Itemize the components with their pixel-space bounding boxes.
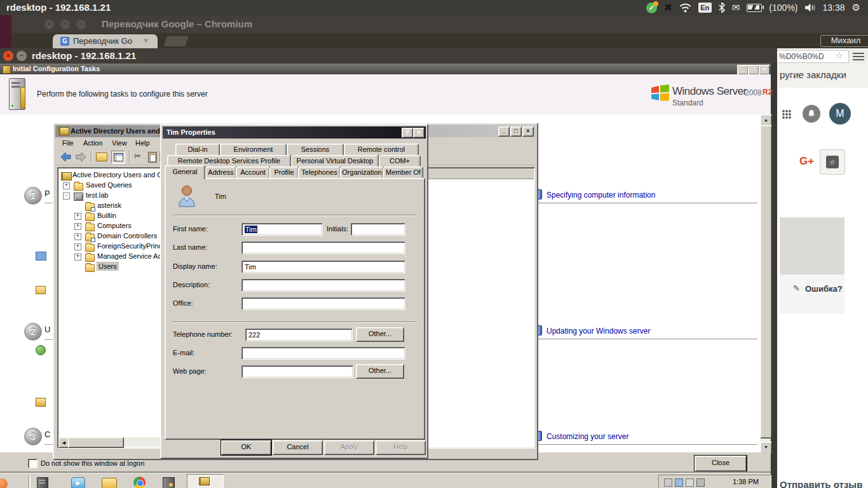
rdesktop-titlebar[interactable]: × − rdesktop - 192.168.1.21 (0, 48, 777, 64)
logon-checkbox-label[interactable]: Do not show this window at logon (41, 459, 144, 467)
tree-expander[interactable]: + (74, 254, 81, 261)
sync-x-icon[interactable]: ✖ (664, 2, 672, 13)
mail-icon[interactable]: ✉ (732, 2, 740, 13)
bookmark-star-icon[interactable]: ☆ (836, 51, 843, 60)
tray-icon[interactable] (686, 478, 694, 487)
tab-profile[interactable]: Profile (269, 166, 299, 179)
scrollbar-thumb[interactable] (68, 437, 124, 448)
minimize-button[interactable]: _ (737, 65, 749, 75)
taskbar-clock[interactable]: 1:38 PM (733, 478, 759, 485)
telephone-field[interactable]: 222 (245, 329, 353, 341)
description-field[interactable] (241, 279, 405, 292)
chrome-icon[interactable] (133, 477, 146, 488)
tab-remote-control[interactable]: Remote control (344, 144, 419, 156)
display-name-field[interactable]: Tim (241, 261, 405, 273)
minimize-button[interactable]: _ (498, 126, 510, 137)
close-button[interactable]: × (413, 128, 424, 138)
tree-expander[interactable]: + (74, 223, 81, 230)
apps-grid-icon[interactable] (782, 110, 791, 119)
clock[interactable]: 13:38 (823, 3, 845, 13)
error-link[interactable]: Ошибка? (805, 284, 843, 294)
tree-label[interactable]: Users (97, 262, 118, 270)
messenger-icon[interactable]: ✓ (646, 3, 657, 13)
active-taskbar-button[interactable] (187, 474, 224, 488)
server-wrench-icon[interactable] (163, 477, 175, 488)
tree-label[interactable]: Computers (97, 222, 132, 229)
email-field[interactable] (241, 347, 405, 360)
menu-help[interactable]: Help (135, 139, 150, 147)
ict-scrollbar[interactable]: ▲ ▼ (760, 114, 771, 452)
web-page-field[interactable] (241, 365, 353, 378)
tab-member-of[interactable]: Member Of (383, 166, 423, 179)
tab-com-plus[interactable]: COM+ (379, 155, 421, 167)
tab-organization[interactable]: Organization (340, 166, 384, 179)
tree-label[interactable]: test.lab (86, 191, 108, 199)
profile-name-button[interactable]: Михаил (820, 35, 868, 47)
tab-sessions[interactable]: Sessions (287, 144, 344, 156)
bookmarks-bar-label[interactable]: ругие закладки (780, 69, 846, 80)
notifications-bell-icon[interactable] (803, 105, 820, 123)
tab-environment[interactable]: Environment (220, 144, 287, 156)
menu-view[interactable]: View (112, 139, 127, 147)
paste-icon[interactable] (148, 152, 157, 163)
cancel-button[interactable]: Cancel (273, 440, 323, 455)
tree-expander[interactable]: + (74, 233, 81, 240)
close-icon[interactable]: × (44, 20, 54, 29)
taskbar-icon-partial[interactable] (0, 478, 8, 488)
tree-label[interactable]: Domain Controllers (97, 232, 157, 240)
minimize-icon[interactable]: − (60, 20, 70, 29)
tab-telephones[interactable]: Telephones (298, 166, 341, 179)
volume-icon[interactable] (805, 3, 816, 12)
logon-checkbox[interactable] (28, 459, 37, 468)
tree-expander[interactable]: + (74, 213, 81, 220)
profile-avatar[interactable]: M (829, 103, 851, 125)
tree-label[interactable]: ForeignSecurityPrincip (97, 242, 168, 250)
wifi-icon[interactable] (679, 3, 691, 13)
tab-close-icon[interactable]: × (144, 36, 148, 45)
explorer-folder-icon[interactable] (102, 478, 117, 488)
tree-label[interactable]: Managed Service Acco (97, 252, 169, 260)
tree-label[interactable]: asterisk (97, 201, 121, 209)
powershell-icon[interactable]: ▶ (71, 477, 85, 488)
first-name-field[interactable]: Tim (241, 223, 323, 236)
console-tree-toggle-icon[interactable] (111, 151, 125, 164)
gear-icon[interactable]: ⚙ (852, 2, 860, 13)
keyboard-layout-indicator[interactable]: En (698, 3, 712, 13)
help-button[interactable]: Help (376, 440, 426, 455)
office-field[interactable] (241, 297, 405, 310)
section-heading-2[interactable]: Updating your Windows server (546, 327, 650, 336)
back-icon[interactable] (60, 152, 71, 162)
last-name-field[interactable] (241, 241, 405, 254)
close-button[interactable]: × (759, 65, 770, 75)
web-other-button[interactable]: Other... (356, 364, 404, 379)
menu-action[interactable]: Action (83, 139, 103, 147)
minimize-icon[interactable]: − (17, 51, 27, 61)
tree-expander[interactable]: + (63, 182, 70, 189)
server-manager-icon[interactable] (37, 477, 48, 488)
close-button[interactable]: Close (695, 456, 747, 471)
feedback-link[interactable]: Отправить отзыв (780, 479, 862, 488)
telephone-other-button[interactable]: Other... (356, 327, 404, 342)
tree-expander[interactable]: + (74, 243, 81, 250)
ict-titlebar[interactable]: Initial Configuration Tasks _ □ × (0, 64, 771, 74)
tab-general[interactable]: General (165, 165, 205, 179)
tree-label[interactable]: Builtin (97, 212, 116, 219)
maximize-button[interactable]: □ (510, 126, 522, 137)
tree-label[interactable]: Active Directory Users and Co (72, 171, 166, 179)
url-text[interactable]: %D0%B0%D (779, 52, 824, 61)
section-heading-3[interactable]: Customizing your server (546, 432, 628, 441)
tray-icon[interactable] (696, 478, 705, 487)
new-tab-button[interactable] (163, 36, 188, 46)
menu-file[interactable]: File (62, 139, 74, 147)
maximize-button[interactable]: □ (748, 65, 759, 75)
browser-tab[interactable]: G Переводчик Go × (53, 34, 158, 48)
tray-icon[interactable] (664, 478, 672, 487)
close-button[interactable]: × (522, 126, 534, 137)
apply-button[interactable]: Apply (324, 440, 374, 455)
tab-personal-virtual-desktop[interactable]: Personal Virtual Desktop (291, 155, 379, 167)
tree-label[interactable]: Saved Queries (86, 181, 132, 189)
initials-field[interactable] (351, 223, 405, 236)
help-button[interactable]: ? (402, 128, 413, 138)
scrollbar-thumb[interactable] (760, 125, 772, 438)
tray-icon[interactable] (675, 478, 683, 487)
